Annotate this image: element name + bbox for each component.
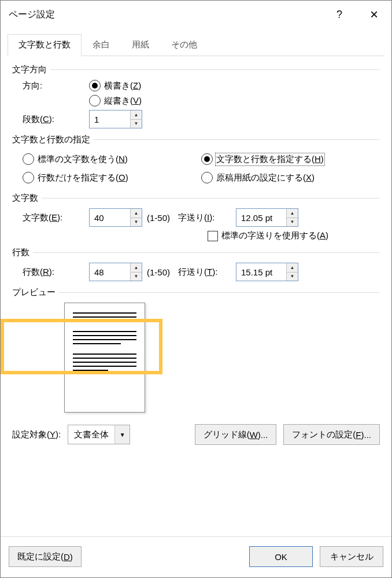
radio-icon bbox=[201, 172, 213, 183]
font-settings-button[interactable]: フォントの設定(F)... bbox=[283, 424, 380, 445]
lines-range: (1-50) bbox=[147, 267, 170, 277]
radio-standard[interactable]: 標準の文字数を使う(N) bbox=[23, 153, 128, 165]
columns-spinner[interactable]: ▲▼ bbox=[89, 110, 142, 128]
char-pitch-input[interactable] bbox=[236, 209, 286, 226]
check-std-pitch[interactable]: 標準の字送りを使用する(A) bbox=[208, 230, 328, 241]
apply-to-label: 設定対象(Y): bbox=[12, 429, 61, 440]
radio-both[interactable]: 文字数と行数を指定する(H) bbox=[201, 153, 324, 165]
section-chars: 文字数 文字数(E): ▲▼ (1-50) 字送り(I): ▲▼ bbox=[12, 193, 380, 241]
radio-vertical[interactable]: 縦書き(V) bbox=[89, 95, 142, 106]
chevron-down-icon: ▼ bbox=[114, 425, 130, 444]
radio-lines-only[interactable]: 行数だけを指定する(O) bbox=[23, 172, 128, 183]
spin-down[interactable]: ▼ bbox=[131, 273, 142, 281]
chars-input[interactable] bbox=[90, 209, 130, 226]
spin-up[interactable]: ▲ bbox=[131, 209, 142, 218]
section-lines: 行数 行数(R): ▲▼ (1-50) 行送り(T): ▲▼ bbox=[12, 247, 380, 281]
lines-label: 行数(R): bbox=[23, 267, 89, 278]
section-preview: プレビュー bbox=[12, 287, 380, 413]
radio-icon bbox=[89, 95, 101, 106]
tab-paper[interactable]: 用紙 bbox=[121, 34, 160, 56]
apply-to-value: 文書全体 bbox=[68, 429, 114, 440]
apply-row: 設定対象(Y): 文書全体 ▼ グリッド線(W)... フォントの設定(F)..… bbox=[8, 421, 384, 452]
spin-down[interactable]: ▼ bbox=[287, 218, 298, 227]
chars-range: (1-50) bbox=[147, 213, 170, 223]
section-preview-title: プレビュー bbox=[12, 287, 56, 298]
tab-panel: 文字方向 方向: 横書き(Z) 縦書き(V) 段数(C): bbox=[8, 56, 384, 421]
checkbox-icon bbox=[208, 231, 218, 241]
page-setup-dialog: ページ設定 ? × 文字数と行数 余白 用紙 その他 文字方向 方向: 横書き(… bbox=[0, 0, 392, 578]
chars-spinner[interactable]: ▲▼ bbox=[89, 208, 142, 227]
gridlines-button[interactable]: グリッド線(W)... bbox=[195, 424, 277, 445]
set-default-button[interactable]: 既定に設定(D) bbox=[9, 546, 82, 567]
section-spec: 文字数と行数の指定 標準の文字数を使う(N) 文字数と行数を指定する(H) bbox=[12, 134, 380, 187]
spin-down[interactable]: ▼ bbox=[287, 273, 298, 281]
char-pitch-spinner[interactable]: ▲▼ bbox=[236, 208, 298, 227]
section-direction: 文字方向 方向: 横書き(Z) 縦書き(V) 段数(C): bbox=[12, 64, 380, 128]
columns-label: 段数(C): bbox=[23, 114, 89, 125]
help-icon: ? bbox=[336, 9, 342, 21]
tab-margins[interactable]: 余白 bbox=[82, 34, 121, 56]
page-preview bbox=[64, 303, 145, 413]
lines-spinner[interactable]: ▲▼ bbox=[89, 263, 142, 281]
titlebar: ページ設定 ? × bbox=[1, 1, 391, 28]
close-button[interactable]: × bbox=[357, 1, 391, 28]
content: 文字数と行数 余白 用紙 その他 文字方向 方向: 横書き(Z) bbox=[1, 28, 391, 536]
spin-down[interactable]: ▼ bbox=[131, 218, 142, 227]
radio-grid-paper[interactable]: 原稿用紙の設定にする(X) bbox=[201, 172, 315, 183]
radio-icon bbox=[89, 80, 101, 91]
section-spec-title: 文字数と行数の指定 bbox=[12, 134, 90, 145]
radio-horizontal[interactable]: 横書き(Z) bbox=[89, 80, 141, 91]
tab-chars-lines[interactable]: 文字数と行数 bbox=[8, 34, 82, 56]
char-pitch-label: 字送り(I): bbox=[178, 212, 236, 223]
spin-up[interactable]: ▲ bbox=[131, 263, 142, 273]
cancel-button[interactable]: キャンセル bbox=[320, 546, 383, 567]
chars-label: 文字数(E): bbox=[23, 212, 89, 223]
tab-other[interactable]: その他 bbox=[160, 34, 208, 56]
spin-up[interactable]: ▲ bbox=[287, 209, 298, 218]
orientation-label: 方向: bbox=[23, 80, 89, 91]
section-chars-title: 文字数 bbox=[12, 193, 38, 204]
section-lines-title: 行数 bbox=[12, 247, 29, 258]
radio-icon bbox=[23, 153, 34, 165]
help-button[interactable]: ? bbox=[322, 1, 357, 28]
ok-button[interactable]: OK bbox=[249, 546, 313, 567]
section-direction-title: 文字方向 bbox=[12, 64, 47, 75]
close-icon: × bbox=[370, 6, 378, 23]
footer: 既定に設定(D) OK キャンセル bbox=[1, 536, 391, 577]
window-title: ページ設定 bbox=[9, 9, 55, 21]
spin-down[interactable]: ▼ bbox=[131, 120, 142, 128]
radio-icon bbox=[23, 172, 34, 183]
line-pitch-label: 行送り(T): bbox=[178, 267, 236, 278]
lines-input[interactable] bbox=[90, 263, 130, 281]
tabstrip: 文字数と行数 余白 用紙 その他 bbox=[8, 34, 384, 56]
radio-icon bbox=[201, 153, 213, 165]
line-pitch-input[interactable] bbox=[236, 263, 286, 281]
spin-up[interactable]: ▲ bbox=[131, 111, 142, 120]
columns-input[interactable] bbox=[90, 111, 130, 128]
apply-to-combo[interactable]: 文書全体 ▼ bbox=[68, 425, 130, 444]
line-pitch-spinner[interactable]: ▲▼ bbox=[236, 263, 298, 281]
spin-up[interactable]: ▲ bbox=[287, 263, 298, 273]
